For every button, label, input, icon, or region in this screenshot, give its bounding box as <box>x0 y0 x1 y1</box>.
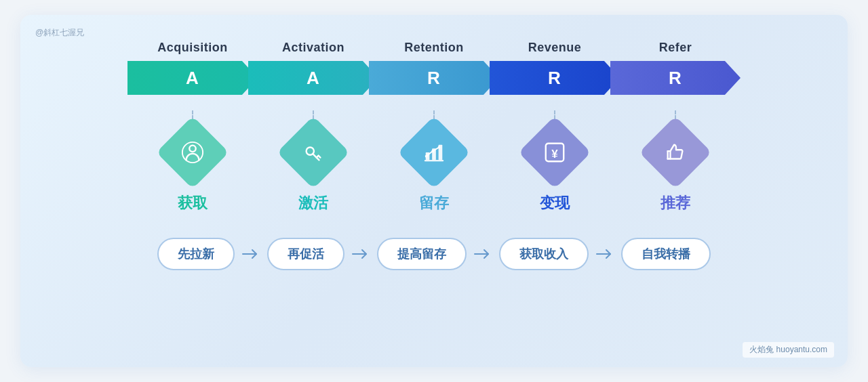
svg-text:¥: ¥ <box>551 148 558 161</box>
brand-label: 火焰兔 huoyantu.com <box>743 342 834 358</box>
chinese-label-activation: 激活 <box>298 193 328 213</box>
pill-arrow <box>351 248 370 260</box>
diamond-refer <box>639 116 711 188</box>
arrows-row: Acquisition A 获取Activation A <box>47 41 821 213</box>
svg-point-9 <box>438 146 441 149</box>
svg-point-0 <box>189 146 195 152</box>
pill-activation: 再促活 <box>267 238 344 270</box>
icon-section-revenue: ¥ 变现 <box>529 110 580 213</box>
svg-point-8 <box>431 150 434 152</box>
stage-label-revenue: Revenue <box>528 41 582 55</box>
pill-arrow <box>473 248 492 260</box>
pill-refer: 自我转播 <box>621 238 711 270</box>
stage-label-refer: Refer <box>659 41 692 55</box>
main-card: @斜杠七渥兄 Acquisition A 获取Activation <box>20 15 848 367</box>
pill-arrow <box>241 248 260 260</box>
chinese-label-acquisition: 获取 <box>178 193 208 213</box>
main-content: Acquisition A 获取Activation A <box>47 41 821 270</box>
stage-label-activation: Activation <box>282 41 344 55</box>
chinese-label-retention: 留存 <box>419 193 449 213</box>
arrow-shape-refer: R <box>610 60 741 96</box>
pill-arrow <box>595 248 614 260</box>
pill-retention: 提高留存 <box>377 238 467 270</box>
diamond-retention <box>397 116 470 188</box>
diamond-icon-revenue: ¥ <box>543 141 566 164</box>
chinese-label-refer: 推荐 <box>660 193 690 213</box>
diamond-revenue: ¥ <box>518 116 591 188</box>
icon-section-refer: 推荐 <box>650 110 701 213</box>
pill-acquisition: 先拉新 <box>157 238 235 270</box>
diamond-icon-activation <box>302 141 325 164</box>
arrow-shape-acquisition: A <box>127 60 258 96</box>
arrow-shape-revenue: R <box>490 60 620 96</box>
stage-label-retention: Retention <box>404 41 464 55</box>
stage-revenue: Revenue R ¥ 变现 <box>490 41 620 213</box>
diamond-icon-retention <box>422 141 446 164</box>
diamond-icon-acquisition <box>181 141 204 164</box>
stage-retention: Retention R 留存 <box>369 41 499 213</box>
svg-point-7 <box>425 155 428 158</box>
diamond-icon-refer <box>664 141 687 164</box>
icon-section-retention: 留存 <box>408 110 460 213</box>
icon-section-activation: 激活 <box>288 110 339 213</box>
diamond-acquisition <box>156 116 229 188</box>
stage-activation: Activation A 激活 <box>248 41 378 213</box>
stage-refer: Refer R 推荐 <box>610 41 741 213</box>
arrow-shape-retention: R <box>369 60 499 96</box>
watermark: @斜杠七渥兄 <box>35 27 84 39</box>
stage-label-acquisition: Acquisition <box>157 41 228 55</box>
stage-acquisition: Acquisition A 获取 <box>127 41 258 213</box>
chinese-label-revenue: 变现 <box>540 193 570 213</box>
pill-revenue: 获取收入 <box>499 238 589 270</box>
arrow-shape-activation: A <box>248 60 378 96</box>
pills-row: 先拉新 再促活 提高留存 获取收入 自我转播 <box>157 238 711 270</box>
icon-section-acquisition: 获取 <box>167 110 218 213</box>
diamond-activation <box>277 116 349 188</box>
